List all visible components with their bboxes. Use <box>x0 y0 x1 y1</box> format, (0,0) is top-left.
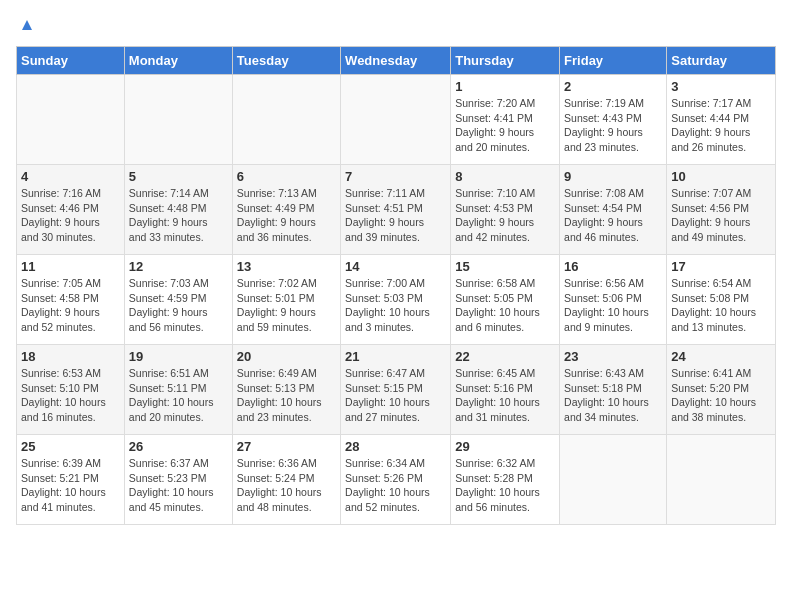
calendar-day-cell <box>560 435 667 525</box>
day-info: Sunrise: 6:47 AM Sunset: 5:15 PM Dayligh… <box>345 366 446 425</box>
day-number: 24 <box>671 349 771 364</box>
calendar-day-cell <box>341 75 451 165</box>
day-info: Sunrise: 6:53 AM Sunset: 5:10 PM Dayligh… <box>21 366 120 425</box>
day-number: 26 <box>129 439 228 454</box>
day-info: Sunrise: 7:17 AM Sunset: 4:44 PM Dayligh… <box>671 96 771 155</box>
day-info: Sunrise: 7:10 AM Sunset: 4:53 PM Dayligh… <box>455 186 555 245</box>
day-number: 27 <box>237 439 336 454</box>
day-info: Sunrise: 6:58 AM Sunset: 5:05 PM Dayligh… <box>455 276 555 335</box>
calendar-day-cell: 21Sunrise: 6:47 AM Sunset: 5:15 PM Dayli… <box>341 345 451 435</box>
day-info: Sunrise: 6:51 AM Sunset: 5:11 PM Dayligh… <box>129 366 228 425</box>
svg-marker-0 <box>22 20 32 30</box>
calendar-day-cell: 11Sunrise: 7:05 AM Sunset: 4:58 PM Dayli… <box>17 255 125 345</box>
logo <box>16 16 36 38</box>
day-number: 18 <box>21 349 120 364</box>
day-info: Sunrise: 6:32 AM Sunset: 5:28 PM Dayligh… <box>455 456 555 515</box>
day-number: 9 <box>564 169 662 184</box>
day-info: Sunrise: 7:16 AM Sunset: 4:46 PM Dayligh… <box>21 186 120 245</box>
day-number: 8 <box>455 169 555 184</box>
day-of-week-header: Friday <box>560 47 667 75</box>
logo-icon <box>18 16 36 34</box>
day-number: 10 <box>671 169 771 184</box>
calendar-week-row: 4Sunrise: 7:16 AM Sunset: 4:46 PM Daylig… <box>17 165 776 255</box>
calendar-day-cell: 9Sunrise: 7:08 AM Sunset: 4:54 PM Daylig… <box>560 165 667 255</box>
day-number: 6 <box>237 169 336 184</box>
calendar-day-cell: 2Sunrise: 7:19 AM Sunset: 4:43 PM Daylig… <box>560 75 667 165</box>
day-info: Sunrise: 6:39 AM Sunset: 5:21 PM Dayligh… <box>21 456 120 515</box>
calendar-day-cell: 10Sunrise: 7:07 AM Sunset: 4:56 PM Dayli… <box>667 165 776 255</box>
calendar-day-cell: 16Sunrise: 6:56 AM Sunset: 5:06 PM Dayli… <box>560 255 667 345</box>
day-number: 11 <box>21 259 120 274</box>
calendar-day-cell: 19Sunrise: 6:51 AM Sunset: 5:11 PM Dayli… <box>124 345 232 435</box>
day-info: Sunrise: 7:03 AM Sunset: 4:59 PM Dayligh… <box>129 276 228 335</box>
day-number: 3 <box>671 79 771 94</box>
day-info: Sunrise: 6:56 AM Sunset: 5:06 PM Dayligh… <box>564 276 662 335</box>
day-info: Sunrise: 6:43 AM Sunset: 5:18 PM Dayligh… <box>564 366 662 425</box>
day-of-week-header: Sunday <box>17 47 125 75</box>
calendar-day-cell: 6Sunrise: 7:13 AM Sunset: 4:49 PM Daylig… <box>232 165 340 255</box>
calendar-day-cell: 23Sunrise: 6:43 AM Sunset: 5:18 PM Dayli… <box>560 345 667 435</box>
day-info: Sunrise: 6:37 AM Sunset: 5:23 PM Dayligh… <box>129 456 228 515</box>
calendar-week-row: 25Sunrise: 6:39 AM Sunset: 5:21 PM Dayli… <box>17 435 776 525</box>
calendar-day-cell: 12Sunrise: 7:03 AM Sunset: 4:59 PM Dayli… <box>124 255 232 345</box>
day-number: 1 <box>455 79 555 94</box>
day-number: 13 <box>237 259 336 274</box>
calendar-day-cell: 13Sunrise: 7:02 AM Sunset: 5:01 PM Dayli… <box>232 255 340 345</box>
day-info: Sunrise: 6:36 AM Sunset: 5:24 PM Dayligh… <box>237 456 336 515</box>
day-number: 15 <box>455 259 555 274</box>
day-number: 2 <box>564 79 662 94</box>
calendar-week-row: 11Sunrise: 7:05 AM Sunset: 4:58 PM Dayli… <box>17 255 776 345</box>
day-info: Sunrise: 6:41 AM Sunset: 5:20 PM Dayligh… <box>671 366 771 425</box>
calendar-day-cell: 24Sunrise: 6:41 AM Sunset: 5:20 PM Dayli… <box>667 345 776 435</box>
calendar-day-cell: 14Sunrise: 7:00 AM Sunset: 5:03 PM Dayli… <box>341 255 451 345</box>
calendar-day-cell: 8Sunrise: 7:10 AM Sunset: 4:53 PM Daylig… <box>451 165 560 255</box>
calendar-day-cell: 5Sunrise: 7:14 AM Sunset: 4:48 PM Daylig… <box>124 165 232 255</box>
day-number: 28 <box>345 439 446 454</box>
calendar-day-cell <box>667 435 776 525</box>
day-number: 12 <box>129 259 228 274</box>
header <box>16 16 776 38</box>
calendar-day-cell: 17Sunrise: 6:54 AM Sunset: 5:08 PM Dayli… <box>667 255 776 345</box>
calendar-day-cell: 27Sunrise: 6:36 AM Sunset: 5:24 PM Dayli… <box>232 435 340 525</box>
day-number: 22 <box>455 349 555 364</box>
day-info: Sunrise: 7:00 AM Sunset: 5:03 PM Dayligh… <box>345 276 446 335</box>
day-info: Sunrise: 6:54 AM Sunset: 5:08 PM Dayligh… <box>671 276 771 335</box>
day-of-week-header: Thursday <box>451 47 560 75</box>
day-number: 5 <box>129 169 228 184</box>
day-number: 29 <box>455 439 555 454</box>
day-number: 21 <box>345 349 446 364</box>
calendar-day-cell <box>17 75 125 165</box>
day-info: Sunrise: 7:11 AM Sunset: 4:51 PM Dayligh… <box>345 186 446 245</box>
day-of-week-header: Monday <box>124 47 232 75</box>
calendar-day-cell <box>124 75 232 165</box>
calendar-day-cell: 28Sunrise: 6:34 AM Sunset: 5:26 PM Dayli… <box>341 435 451 525</box>
day-number: 17 <box>671 259 771 274</box>
day-info: Sunrise: 7:14 AM Sunset: 4:48 PM Dayligh… <box>129 186 228 245</box>
calendar-day-cell: 18Sunrise: 6:53 AM Sunset: 5:10 PM Dayli… <box>17 345 125 435</box>
day-info: Sunrise: 7:08 AM Sunset: 4:54 PM Dayligh… <box>564 186 662 245</box>
day-number: 19 <box>129 349 228 364</box>
calendar-day-cell: 1Sunrise: 7:20 AM Sunset: 4:41 PM Daylig… <box>451 75 560 165</box>
day-info: Sunrise: 7:07 AM Sunset: 4:56 PM Dayligh… <box>671 186 771 245</box>
calendar-header-row: SundayMondayTuesdayWednesdayThursdayFrid… <box>17 47 776 75</box>
day-info: Sunrise: 7:19 AM Sunset: 4:43 PM Dayligh… <box>564 96 662 155</box>
day-info: Sunrise: 7:13 AM Sunset: 4:49 PM Dayligh… <box>237 186 336 245</box>
day-number: 20 <box>237 349 336 364</box>
day-info: Sunrise: 6:34 AM Sunset: 5:26 PM Dayligh… <box>345 456 446 515</box>
calendar-day-cell: 22Sunrise: 6:45 AM Sunset: 5:16 PM Dayli… <box>451 345 560 435</box>
calendar-day-cell <box>232 75 340 165</box>
calendar-table: SundayMondayTuesdayWednesdayThursdayFrid… <box>16 46 776 525</box>
day-number: 14 <box>345 259 446 274</box>
day-info: Sunrise: 7:02 AM Sunset: 5:01 PM Dayligh… <box>237 276 336 335</box>
calendar-week-row: 18Sunrise: 6:53 AM Sunset: 5:10 PM Dayli… <box>17 345 776 435</box>
calendar-day-cell: 3Sunrise: 7:17 AM Sunset: 4:44 PM Daylig… <box>667 75 776 165</box>
calendar-day-cell: 15Sunrise: 6:58 AM Sunset: 5:05 PM Dayli… <box>451 255 560 345</box>
day-number: 4 <box>21 169 120 184</box>
day-info: Sunrise: 6:45 AM Sunset: 5:16 PM Dayligh… <box>455 366 555 425</box>
calendar-day-cell: 20Sunrise: 6:49 AM Sunset: 5:13 PM Dayli… <box>232 345 340 435</box>
calendar-day-cell: 25Sunrise: 6:39 AM Sunset: 5:21 PM Dayli… <box>17 435 125 525</box>
day-info: Sunrise: 7:20 AM Sunset: 4:41 PM Dayligh… <box>455 96 555 155</box>
day-number: 16 <box>564 259 662 274</box>
calendar-day-cell: 26Sunrise: 6:37 AM Sunset: 5:23 PM Dayli… <box>124 435 232 525</box>
calendar-week-row: 1Sunrise: 7:20 AM Sunset: 4:41 PM Daylig… <box>17 75 776 165</box>
